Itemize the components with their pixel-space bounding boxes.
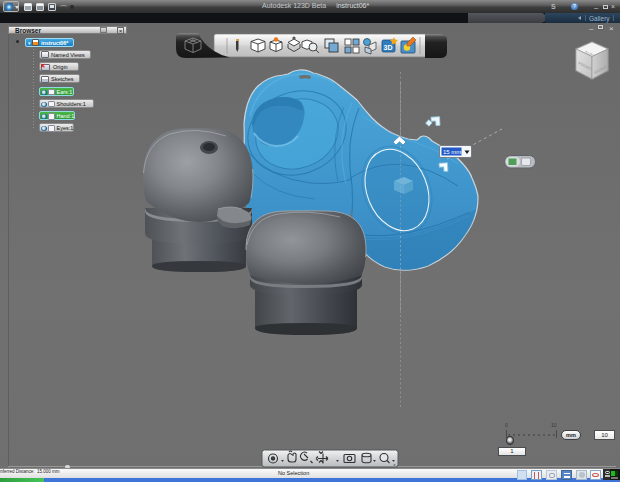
svg-text:3D: 3D <box>384 44 393 51</box>
svg-text:15 mm: 15 mm <box>443 149 461 155</box>
